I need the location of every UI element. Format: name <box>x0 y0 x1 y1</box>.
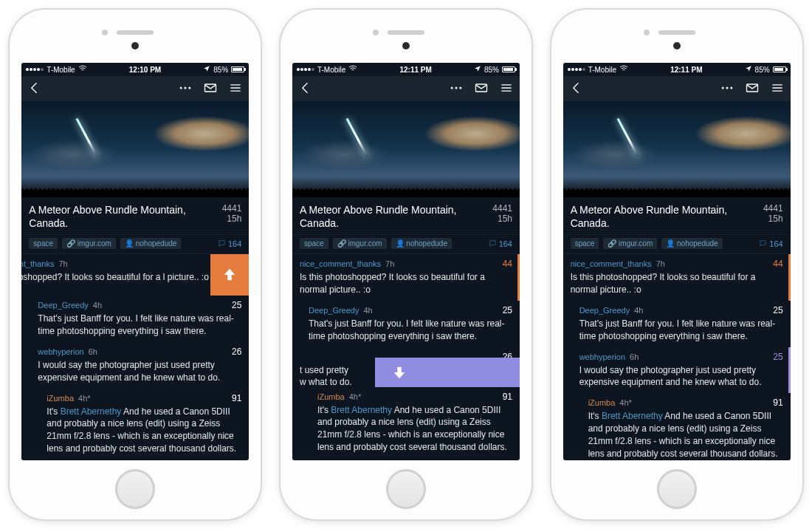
comment-time: 4h* <box>78 394 91 403</box>
phone-mockup: T-Mobile 12:11 PM 85% <box>281 10 531 519</box>
battery-icon <box>502 66 515 72</box>
comment-user[interactable]: nice_comment_thanks <box>571 259 652 268</box>
post-tags: space 🔗 imgur.com 👤 nohopedude 164 <box>21 235 249 254</box>
swipe-upvote-action[interactable] <box>210 254 249 296</box>
nav-bar <box>292 76 520 101</box>
comments-link[interactable]: 164 <box>489 239 512 248</box>
menu-button[interactable] <box>770 81 785 98</box>
home-button[interactable] <box>657 469 697 509</box>
comment-score: 91 <box>503 392 512 402</box>
comment-body: Is this photoshopped? It looks so beauti… <box>571 271 783 296</box>
battery-icon <box>773 66 786 72</box>
domain-tag[interactable]: 🔗 imgur.com <box>62 238 116 249</box>
proximity-sensor <box>102 30 108 35</box>
front-camera <box>131 42 139 50</box>
subreddit-tag[interactable]: space <box>300 238 328 249</box>
back-button[interactable] <box>27 81 42 98</box>
comments-link[interactable]: 164 <box>759 239 782 248</box>
svg-rect-11 <box>746 84 757 92</box>
speaker-grille <box>658 30 695 35</box>
post-header[interactable]: A Meteor Above Rundle Mountain, Canada. … <box>292 197 520 235</box>
user-mention[interactable]: Brett Abernethy <box>602 411 663 421</box>
comment-user[interactable]: Deep_Greedy <box>309 306 359 315</box>
subreddit-tag[interactable]: space <box>29 238 58 249</box>
location-icon <box>474 65 481 74</box>
svg-point-0 <box>180 86 182 89</box>
more-button[interactable] <box>449 81 464 98</box>
comment-score: 25 <box>232 300 241 310</box>
comment-user[interactable]: mment_thanks <box>21 259 54 268</box>
comment-row[interactable]: webhyperion 6h 25 I would say the photog… <box>563 347 791 394</box>
comment-row[interactable]: Deep_Greedy 4h 25 That's just Banff for … <box>292 301 520 347</box>
svg-rect-7 <box>475 84 486 92</box>
user-mention[interactable]: Brett Abernethy <box>331 405 392 415</box>
menu-button[interactable] <box>499 81 514 98</box>
status-bar: T-Mobile 12:11 PM 85% <box>563 63 791 76</box>
comment-row[interactable]: iZumba 4h* 91 It's Brett Abernethy And h… <box>563 393 791 460</box>
back-button[interactable] <box>569 81 584 98</box>
comment-body: photoshopped? It looks so beautiful for … <box>21 271 241 284</box>
location-icon <box>745 65 752 74</box>
comment-user[interactable]: webhyperion <box>38 347 83 356</box>
post-tags: space 🔗 imgur.com 👤 nohopedude 164 <box>563 235 791 254</box>
comment-row[interactable]: iZumba 4h* 91 It's Brett Abernethy And h… <box>292 387 520 458</box>
signal-dots-icon <box>568 68 585 71</box>
more-button[interactable] <box>720 81 734 98</box>
more-button[interactable] <box>178 81 193 98</box>
user-mention[interactable]: Brett Abernethy <box>61 406 122 417</box>
comment-user[interactable]: webhyperion <box>579 352 625 361</box>
comment-body: It's Brett Abernethy And he used a Canon… <box>47 406 241 455</box>
home-button[interactable] <box>386 469 426 509</box>
swipe-downvote-action[interactable] <box>375 358 520 387</box>
nav-bar <box>563 76 791 101</box>
upvote-arrow-icon <box>221 267 238 283</box>
author-tag[interactable]: 👤 nohopedude <box>120 238 181 249</box>
post-age: 15h <box>222 214 242 224</box>
comment-row[interactable]: Deep_Greedy 4h 25 That's just Banff for … <box>21 296 249 342</box>
comment-time: 7h <box>656 259 665 268</box>
comment-row[interactable]: Deep_Greedy 4h 25 That's just Banff for … <box>563 301 791 347</box>
comment-user[interactable]: Deep_Greedy <box>38 301 89 310</box>
comment-row[interactable]: iZumba 4h* 91 It's Brett Abernethy And h… <box>21 389 249 460</box>
clock: 12:10 PM <box>129 66 161 74</box>
comment-row[interactable]: nice_comment_thanks 7h 44 Is this photos… <box>292 254 520 301</box>
back-button[interactable] <box>298 81 313 98</box>
messages-button[interactable] <box>203 81 218 98</box>
carrier-label: T-Mobile <box>47 66 75 74</box>
comment-score: 25 <box>773 352 782 362</box>
author-tag[interactable]: 👤 nohopedude <box>391 238 452 249</box>
comments-link[interactable]: 164 <box>218 239 241 248</box>
domain-tag[interactable]: 🔗 imgur.com <box>603 238 657 249</box>
comment-user[interactable]: iZumba <box>588 398 616 407</box>
comment-score: 44 <box>503 259 512 269</box>
domain-tag[interactable]: 🔗 imgur.com <box>333 238 387 249</box>
comment-user[interactable]: iZumba <box>317 392 345 401</box>
post-image[interactable] <box>21 101 249 197</box>
post-image[interactable] <box>563 101 791 197</box>
messages-button[interactable] <box>745 81 760 98</box>
subreddit-tag[interactable]: space <box>571 238 599 249</box>
proximity-sensor <box>644 30 650 35</box>
front-camera <box>673 42 681 50</box>
comment-row[interactable]: webhyperion 6h 26 I would say the photog… <box>21 342 249 389</box>
messages-button[interactable] <box>474 81 489 98</box>
comment-user[interactable]: iZumba <box>47 394 74 403</box>
signal-dots-icon <box>297 68 314 71</box>
post-header[interactable]: A Meteor Above Rundle Mountain, Canada. … <box>21 197 249 235</box>
menu-button[interactable] <box>228 81 243 98</box>
comment-user[interactable]: Deep_Greedy <box>579 306 630 315</box>
post-header[interactable]: A Meteor Above Rundle Mountain, Canada. … <box>563 197 791 235</box>
comment-time: 4h <box>634 306 643 315</box>
comment-row[interactable]: nice_comment_thanks 7h 44 Is this photos… <box>563 254 791 301</box>
svg-point-10 <box>730 86 732 89</box>
upvoted-indicator <box>517 254 520 301</box>
post-image[interactable] <box>292 101 520 197</box>
post-title: A Meteor Above Rundle Mountain, Canada. <box>300 203 486 230</box>
author-tag[interactable]: 👤 nohopedude <box>661 238 722 249</box>
home-button[interactable] <box>115 469 155 509</box>
comment-time: 7h <box>58 259 67 268</box>
status-bar: T-Mobile 12:10 PM 85% <box>21 63 249 76</box>
comment-user[interactable]: nice_comment_thanks <box>300 259 381 268</box>
wifi-icon <box>619 64 628 75</box>
comment-score: 25 <box>773 305 782 315</box>
